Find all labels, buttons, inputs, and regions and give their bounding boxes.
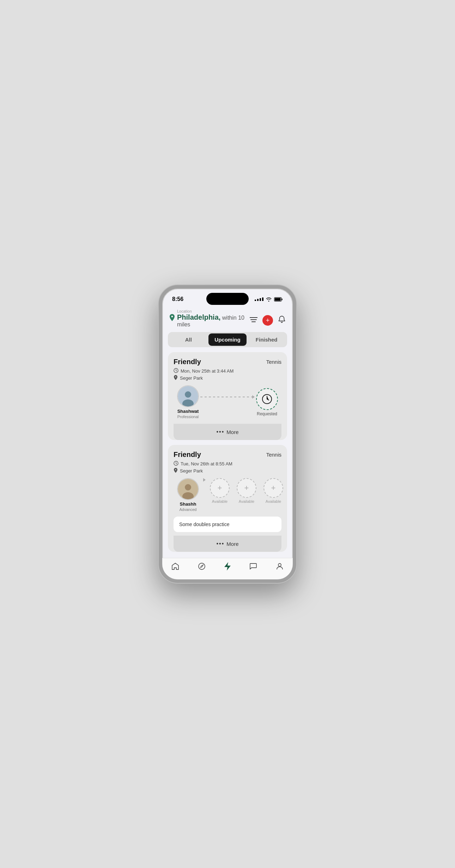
shashh-silhouette — [179, 482, 197, 499]
card2-connector — [203, 478, 206, 482]
tab-finished[interactable]: Finished — [247, 333, 286, 346]
nav-messages[interactable] — [249, 562, 257, 571]
card2-note-text: Some doubles practice — [179, 522, 229, 527]
location-city-row: Philadelphia, within 10 miles — [177, 313, 250, 328]
svg-point-11 — [185, 484, 191, 490]
card2-match-type: Friendly — [174, 451, 201, 459]
card1-avatar-1 — [177, 385, 199, 407]
more-dots-1: ••• — [217, 429, 225, 435]
available-circle-3[interactable]: + — [263, 478, 283, 498]
location-label: Location — [177, 309, 250, 313]
more-dots-2: ••• — [217, 541, 225, 547]
status-time: 8:56 — [172, 296, 183, 302]
card1-datetime-row: Mon, Nov 25th at 3:44 AM — [174, 368, 281, 374]
requested-label: Requested — [257, 411, 277, 416]
svg-rect-2 — [281, 299, 283, 300]
header: Location Philadelphia, within 10 miles + — [162, 308, 293, 332]
person-icon — [275, 562, 284, 571]
location-city: Philadelphia, — [177, 313, 220, 321]
card1-player-1: Shashwat Professional — [176, 385, 200, 419]
card2-note: Some doubles practice — [174, 517, 281, 532]
card2-player-1: Shashh Advanced — [176, 478, 200, 512]
bell-icon[interactable] — [278, 315, 286, 325]
pin-icon — [169, 314, 175, 323]
shashh-avatar — [178, 479, 198, 499]
svg-point-7 — [185, 391, 191, 398]
compass-icon — [198, 562, 206, 571]
card1-player1-level: Professional — [177, 415, 199, 419]
wifi-icon — [266, 297, 272, 302]
match-card-1: Friendly Tennis Mon, Nov 25th at 3:44 AM — [168, 352, 287, 440]
card2-sport: Tennis — [266, 452, 281, 458]
card1-header: Friendly Tennis — [174, 358, 281, 366]
card2-location: Seger Park — [180, 468, 203, 474]
available-circle-1[interactable]: + — [210, 478, 230, 498]
card2-avatar-1 — [177, 478, 199, 500]
location-text: Location Philadelphia, within 10 miles — [177, 309, 250, 328]
card1-info: Mon, Nov 25th at 3:44 AM Seger Park — [174, 368, 281, 381]
card2-datetime-row: Tue, Nov 26th at 8:55 AM — [174, 461, 281, 467]
card1-players-row: Shashwat Professional Requested — [174, 385, 281, 419]
available-label-1: Available — [212, 499, 228, 504]
card2-available-slot-1[interactable]: + Available — [208, 478, 231, 504]
available-circle-2[interactable]: + — [237, 478, 256, 498]
svg-point-14 — [278, 563, 281, 566]
card2-more-label: More — [226, 541, 238, 547]
battery-icon — [274, 297, 283, 302]
tab-bar: All Upcoming Finished — [168, 332, 287, 347]
content-area: Friendly Tennis Mon, Nov 25th at 3:44 AM — [162, 352, 293, 558]
filter-icon[interactable] — [250, 316, 257, 324]
shashwat-silhouette — [179, 389, 197, 406]
header-actions: + — [250, 315, 286, 326]
shashwat-avatar — [178, 386, 198, 406]
available-label-2: Available — [239, 499, 254, 504]
svg-point-12 — [182, 492, 194, 499]
nav-home[interactable] — [171, 562, 180, 571]
home-icon — [171, 562, 180, 571]
bolt-icon — [224, 562, 231, 571]
card2-datetime: Tue, Nov 26th at 8:55 AM — [181, 461, 232, 466]
dynamic-island — [206, 293, 249, 305]
card2-header: Friendly Tennis — [174, 451, 281, 459]
nav-profile[interactable] — [275, 562, 284, 571]
card2-more-button[interactable]: ••• More — [174, 536, 281, 552]
card2-player1-name: Shashh — [180, 501, 196, 507]
tab-all[interactable]: All — [169, 333, 208, 346]
card1-more-button[interactable]: ••• More — [174, 424, 281, 440]
clock-icon-2 — [174, 461, 178, 467]
nav-activity[interactable] — [224, 562, 231, 571]
timer-icon — [261, 393, 273, 405]
bottom-nav — [162, 558, 293, 579]
arrow-head-1 — [252, 395, 255, 399]
phone-frame: 8:56 — [159, 285, 296, 583]
location-section: Location Philadelphia, within 10 miles — [169, 309, 250, 328]
dashed-line-1 — [200, 397, 252, 397]
card1-location-row: Seger Park — [174, 375, 281, 381]
requested-circle — [256, 388, 278, 410]
svg-point-8 — [182, 399, 194, 406]
nav-explore[interactable] — [198, 562, 206, 571]
status-icons — [255, 297, 283, 302]
card1-more-label: More — [226, 429, 238, 435]
card1-match-type: Friendly — [174, 358, 201, 366]
chat-icon — [249, 562, 257, 571]
card1-requested-slot: Requested — [255, 388, 279, 416]
clock-icon-1 — [174, 368, 178, 374]
card1-datetime: Mon, Nov 25th at 3:44 AM — [181, 368, 233, 374]
add-icon: + — [266, 317, 270, 324]
svg-rect-1 — [275, 298, 281, 301]
card1-sport: Tennis — [266, 359, 281, 365]
card2-players-row: Shashh Advanced + Available + Available … — [174, 478, 281, 512]
card2-location-row: Seger Park — [174, 468, 281, 474]
tab-upcoming[interactable]: Upcoming — [208, 333, 247, 346]
card2-available-slot-2[interactable]: + Available — [235, 478, 258, 504]
location-icon-2 — [174, 468, 178, 474]
card2-info: Tue, Nov 26th at 8:55 AM Seger Park — [174, 461, 281, 474]
card2-player1-level: Advanced — [180, 507, 197, 512]
add-button[interactable]: + — [262, 315, 273, 326]
available-label-3: Available — [266, 499, 281, 504]
card1-location: Seger Park — [180, 375, 203, 381]
match-card-2: Friendly Tennis Tue, Nov 26th at 8:55 AM — [168, 445, 287, 552]
card2-available-slot-3[interactable]: + Available — [262, 478, 285, 504]
location-icon-1 — [174, 375, 178, 381]
